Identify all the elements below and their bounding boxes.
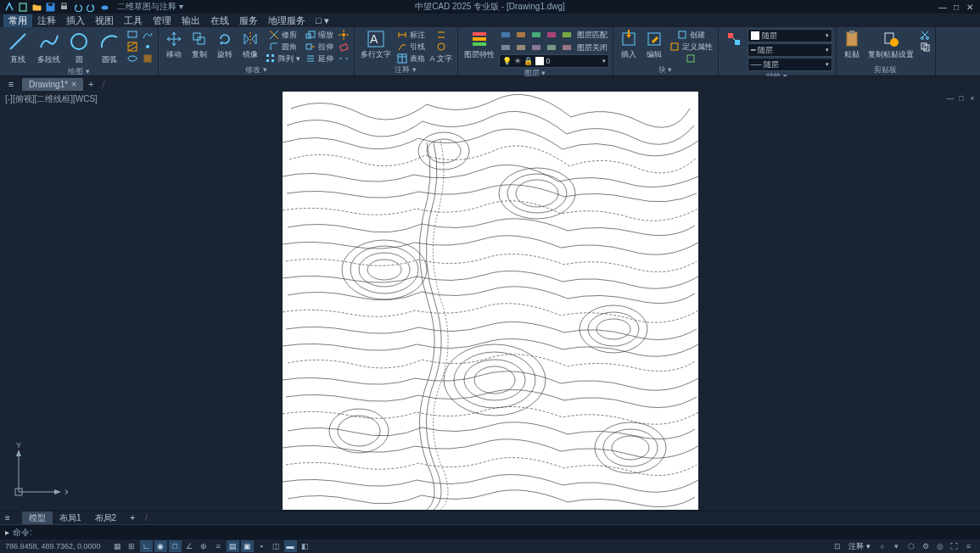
close-tab-icon[interactable]: × [71, 80, 76, 89]
block-create[interactable]: 创建 [668, 29, 714, 41]
layer-sm3[interactable] [529, 29, 543, 41]
layer-sm8[interactable] [529, 42, 543, 53]
sb-polar-icon[interactable]: ◉ [154, 540, 167, 552]
min-button[interactable]: — [936, 1, 949, 13]
block-attr[interactable]: 定义属性 [668, 41, 714, 53]
menu-view[interactable]: 视图 [90, 14, 119, 27]
menu-manage[interactable]: 管理 [148, 14, 176, 27]
sb-qp-icon[interactable]: ▣ [241, 540, 254, 552]
close-button[interactable]: ✕ [963, 1, 977, 13]
rotate-button[interactable]: 旋转 [213, 29, 237, 61]
vp-max-icon[interactable]: □ [957, 94, 966, 103]
viewport[interactable]: [-][俯视][二维线框][WCS] — □ × [0, 92, 980, 511]
sb-snap-icon[interactable]: ⊞ [126, 540, 138, 552]
viewport-controls[interactable]: [-][俯视][二维线框][WCS] [5, 93, 98, 105]
stretch-button[interactable]: 拉伸 [304, 41, 335, 53]
sb-cycle-icon[interactable]: ◫ [270, 540, 283, 552]
sb-custom-icon[interactable]: ≡ [962, 540, 975, 552]
sb-hw-icon[interactable]: ⚙ [919, 540, 932, 552]
paste-button[interactable]: 粘贴 [840, 29, 864, 61]
menu-tools[interactable]: 工具 [119, 14, 148, 27]
add-tab-button[interactable]: + [83, 77, 98, 91]
sb-grid-icon[interactable]: ▦ [111, 540, 124, 552]
layout-2[interactable]: 布局2 [88, 511, 124, 525]
prop-match-icon[interactable] [722, 29, 746, 49]
drawing-canvas[interactable] [283, 92, 698, 510]
layer-sm9[interactable] [545, 42, 558, 53]
copyfmt-button[interactable]: 复制粘贴设置 [865, 29, 916, 61]
cut-icon[interactable] [918, 29, 932, 41]
text-small[interactable]: A 文字 [428, 53, 454, 64]
layer-dropdown[interactable]: 💡 ☀ 🔒 0 [499, 54, 609, 68]
sb-scale-icon[interactable]: ⟐ [876, 540, 888, 552]
menu-online[interactable]: 在线 [205, 14, 234, 27]
sb-sc-icon[interactable]: ▪ [255, 540, 268, 552]
mirror-button[interactable]: 镜像 [238, 29, 262, 61]
sb-anno-label[interactable]: 注释 ▾ [845, 541, 874, 552]
tab-drawing1[interactable]: Drawing1*× [22, 78, 83, 91]
sb-full-icon[interactable]: ⛶ [948, 540, 960, 552]
sb-trans-icon[interactable]: ▤ [227, 540, 239, 552]
linetype-dropdown[interactable]: ──随层 [748, 58, 832, 71]
insert-button[interactable]: 插入 [617, 29, 641, 61]
region-icon[interactable] [141, 53, 154, 64]
sb-annoscale-icon[interactable]: ▾ [890, 540, 903, 552]
sb-ortho-icon[interactable]: ∟ [140, 540, 153, 552]
copy-icon[interactable] [918, 41, 932, 53]
fillet-button[interactable]: 圆角 [264, 41, 302, 53]
layer-sm6[interactable] [499, 42, 512, 53]
ellipse-icon[interactable] [126, 53, 139, 64]
sb-clean-icon[interactable]: ◎ [933, 540, 946, 552]
cloud-icon[interactable] [98, 1, 110, 13]
print-icon[interactable] [58, 1, 70, 13]
sb-dyn-icon[interactable]: ⊕ [198, 540, 210, 552]
menu-annotate[interactable]: 注释 [32, 14, 61, 27]
leader-button[interactable]: 引线 [395, 41, 427, 53]
vp-close-icon[interactable]: × [968, 94, 977, 103]
dim2-icon[interactable] [428, 29, 454, 41]
open-icon[interactable] [31, 1, 42, 13]
block-edit-button[interactable]: 编辑 [642, 29, 666, 61]
dim3-icon[interactable] [428, 41, 454, 53]
coords-display[interactable]: 786.9458, 489.7362, 0.0000 [5, 542, 101, 550]
menu-service[interactable]: 服务 [234, 14, 263, 27]
sb-iso-icon[interactable]: ⬡ [904, 540, 917, 552]
dim-button[interactable]: 标注 [395, 29, 427, 41]
sb-ann-icon[interactable]: ▬ [284, 540, 297, 552]
layout-model[interactable]: 模型 [22, 511, 53, 525]
layer-sm5[interactable] [560, 29, 574, 41]
layer-sm7[interactable] [514, 42, 528, 53]
point-icon[interactable] [141, 41, 154, 53]
polyline-button[interactable]: 多段线 [34, 29, 63, 66]
vp-min-icon[interactable]: — [946, 94, 955, 103]
sb-model-icon[interactable]: ⊡ [831, 540, 843, 552]
sb-otrack-icon[interactable]: ∠ [183, 540, 196, 552]
undo-icon[interactable] [71, 1, 83, 13]
array-button[interactable]: 阵列 ▾ [264, 53, 302, 64]
sb-ws-icon[interactable]: ◧ [299, 540, 311, 552]
layer-sm1[interactable] [499, 29, 512, 41]
save-icon[interactable] [44, 1, 56, 13]
redo-icon[interactable] [85, 1, 97, 13]
layer-off[interactable]: 图层关闭 [575, 42, 609, 53]
move-button[interactable]: 移动 [162, 29, 186, 61]
layer-props-button[interactable]: 图层特性 [462, 29, 497, 61]
offset-button[interactable]: 延伸 [304, 53, 335, 64]
lineweight-dropdown[interactable]: ━随层 [748, 43, 832, 57]
layout-menu-icon[interactable]: ≡ [5, 513, 17, 522]
menu-insert[interactable]: 插入 [61, 14, 90, 27]
rect-icon[interactable] [126, 29, 139, 41]
table-button[interactable]: 表格 [395, 53, 427, 64]
erase-icon[interactable] [337, 41, 350, 53]
explode-icon[interactable] [337, 29, 350, 41]
layer-sm4[interactable] [545, 29, 558, 41]
new-icon[interactable] [17, 1, 29, 13]
max-button[interactable]: □ [949, 1, 963, 13]
layout-add[interactable]: + [123, 512, 142, 523]
arc-button[interactable]: 圆弧 [95, 29, 124, 66]
break-icon[interactable] [337, 53, 350, 64]
layer-match[interactable]: 图层匹配 [575, 29, 609, 41]
menu-extra[interactable]: □ ▾ [311, 15, 334, 26]
layer-sm2[interactable] [514, 29, 528, 41]
menu-output[interactable]: 输出 [176, 14, 205, 27]
